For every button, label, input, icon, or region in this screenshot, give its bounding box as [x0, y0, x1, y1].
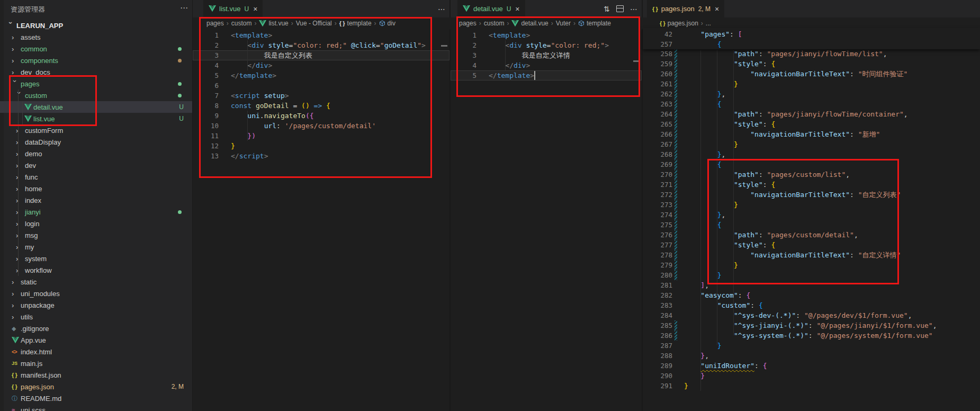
code-editor[interactable]: 1<template>2 <div style="color: red;">3 … — [451, 30, 642, 81]
chevron-down-icon[interactable]: › — [7, 22, 15, 31]
tab-detail-vue[interactable]: detail.vue U × — [457, 0, 525, 17]
close-icon[interactable]: × — [253, 5, 257, 13]
code-line-264[interactable]: 264 "path": "pages/jianyi/flowTime/conta… — [643, 109, 980, 119]
code-line-2[interactable]: 2 <div style="color: red;"> — [451, 40, 642, 50]
tree-item-my[interactable]: ›my — [0, 241, 192, 253]
tree-item-jianyi[interactable]: ›jianyi — [0, 206, 192, 218]
tree-item-uni.scss[interactable]: ≈uni.scss — [0, 404, 192, 411]
chevron-right-icon[interactable]: › — [12, 57, 21, 65]
tree-item-func[interactable]: ›func — [0, 171, 192, 183]
tree-item-pages.json[interactable]: { }pages.json2, M — [0, 381, 192, 392]
code-line-257[interactable]: 257 { — [643, 39, 980, 49]
code-line-7[interactable]: 7<script setup> — [193, 91, 449, 101]
tree-item-LEARUN_APP[interactable]: ›LEARUN_APP — [0, 20, 192, 31]
code-line-260[interactable]: 260 "navigationBarTitleText": "时间组件验证" — [643, 69, 980, 79]
code-line-284[interactable]: 284 "^sys-dev-(.*)": "@/pages/dev/$1/for… — [643, 310, 980, 320]
tab-pages-json[interactable]: { } pages.json 2, M × — [647, 0, 724, 17]
code-line-261[interactable]: 261 } — [643, 79, 980, 89]
chevron-right-icon[interactable]: › — [16, 173, 25, 181]
chevron-down-icon[interactable]: › — [11, 80, 19, 89]
code-line-42[interactable]: 42 "pages": [ — [643, 29, 980, 39]
breadcrumb-item[interactable]: { }pages.json — [660, 20, 698, 27]
tree-item-assets[interactable]: ›assets — [0, 31, 192, 43]
code-line-276[interactable]: 276 "path": "pages/custom/detail", — [643, 230, 980, 240]
chevron-right-icon[interactable]: › — [16, 127, 25, 135]
code-editor[interactable]: 1<template>2 <div style="color: red;" @c… — [193, 30, 449, 161]
chevron-right-icon[interactable]: › — [16, 231, 25, 239]
chevron-right-icon[interactable]: › — [16, 220, 25, 228]
tree-item-unpackage[interactable]: ›unpackage — [0, 299, 192, 311]
code-line-278[interactable]: 278 "navigationBarTitleText": "自定义详情" — [643, 250, 980, 260]
tree-item-home[interactable]: ›home — [0, 183, 192, 194]
code-line-259[interactable]: 259 "style": { — [643, 59, 980, 69]
code-line-288[interactable]: 288 }, — [643, 351, 980, 361]
breadcrumb-item[interactable]: template — [578, 20, 611, 27]
tab-list-vue[interactable]: list.vue U × — [203, 0, 263, 17]
chevron-right-icon[interactable]: › — [12, 45, 21, 53]
chevron-right-icon[interactable]: › — [12, 301, 21, 309]
code-line-286[interactable]: 286 "^sys-system-(.*)": "@/pages/system/… — [643, 330, 980, 341]
breadcrumb-item[interactable]: ... — [706, 20, 711, 27]
breadcrumb-item[interactable]: list.vue — [259, 20, 288, 27]
tree-item-index.html[interactable]: <>index.html — [0, 346, 192, 358]
breadcrumb-item[interactable]: custom — [231, 20, 252, 27]
code-line-272[interactable]: 272 "navigationBarTitleText": "自定义列表" — [643, 190, 980, 200]
code-line-274[interactable]: 274 }, — [643, 210, 980, 220]
breadcrumb-item[interactable]: detail.vue — [511, 20, 548, 27]
tree-item-login[interactable]: ›login — [0, 218, 192, 229]
tree-item-dev[interactable]: ›dev — [0, 159, 192, 171]
chevron-right-icon[interactable]: › — [16, 208, 25, 216]
tree-item-README.md[interactable]: ⓘREADME.md — [0, 392, 192, 404]
more-actions-icon[interactable]: ⋯ — [438, 5, 445, 13]
code-line-6[interactable]: 6 — [193, 81, 449, 91]
code-line-1[interactable]: 1<template> — [193, 30, 449, 40]
explorer-more-icon[interactable]: ⋯ — [180, 3, 188, 13]
tree-item-manifest.json[interactable]: { }manifest.json — [0, 369, 192, 381]
code-line-4[interactable]: 4 </div> — [193, 60, 449, 70]
chevron-right-icon[interactable]: › — [12, 33, 21, 41]
code-line-266[interactable]: 266 "navigationBarTitleText": "新增" — [643, 129, 980, 139]
code-line-11[interactable]: 11 }) — [193, 131, 449, 141]
code-line-271[interactable]: 271 "style": { — [643, 180, 980, 190]
code-line-3[interactable]: 3 我是自定义列表 — [193, 50, 449, 60]
chevron-right-icon[interactable]: › — [16, 150, 25, 158]
tree-item-dataDisplay[interactable]: ›dataDisplay — [0, 136, 192, 148]
code-line-285[interactable]: 285 "^sys-jianyi-(.*)": "@/pages/jianyi/… — [643, 320, 980, 330]
tree-item-common[interactable]: ›common — [0, 43, 192, 55]
chevron-right-icon[interactable]: › — [16, 196, 25, 204]
split-editor-icon[interactable] — [616, 5, 624, 12]
more-actions-icon[interactable]: ⋯ — [630, 5, 637, 13]
chevron-right-icon[interactable]: › — [16, 266, 25, 274]
code-line-5[interactable]: 5</template> — [451, 70, 642, 81]
chevron-right-icon[interactable]: › — [16, 162, 25, 169]
breadcrumb-item[interactable]: { }template — [339, 20, 372, 27]
code-line-269[interactable]: 269 { — [643, 159, 980, 169]
breadcrumb-item[interactable]: pages — [459, 20, 476, 27]
code-line-275[interactable]: 275 { — [643, 220, 980, 230]
tree-item-App.vue[interactable]: App.vue — [0, 334, 192, 346]
close-icon[interactable]: × — [715, 5, 719, 13]
breadcrumb-item[interactable]: div — [379, 20, 395, 27]
tree-item-dev_docs[interactable]: ›dev_docs — [0, 66, 192, 78]
code-line-1[interactable]: 1<template> — [451, 30, 642, 40]
code-editor[interactable]: 258 "path": "pages/jianyi/flowTime/list"… — [643, 49, 980, 391]
code-line-258[interactable]: 258 "path": "pages/jianyi/flowTime/list"… — [643, 49, 980, 59]
code-line-2[interactable]: 2 <div style="color: red;" @click="goDet… — [193, 40, 449, 50]
code-line-265[interactable]: 265 "style": { — [643, 119, 980, 129]
tree-item-customForm[interactable]: ›customForm — [0, 124, 192, 136]
code-line-282[interactable]: 282 "easycom": { — [643, 290, 980, 300]
chevron-right-icon[interactable]: › — [16, 243, 25, 251]
code-line-279[interactable]: 279 } — [643, 260, 980, 270]
chevron-right-icon[interactable]: › — [12, 68, 21, 76]
code-line-289[interactable]: 289 "uniIdRouter": { — [643, 361, 980, 371]
code-line-287[interactable]: 287 } — [643, 341, 980, 351]
chevron-down-icon[interactable]: › — [15, 92, 23, 101]
chevron-right-icon[interactable]: › — [12, 313, 21, 321]
tree-item-static[interactable]: ›static — [0, 276, 192, 288]
code-line-268[interactable]: 268 }, — [643, 149, 980, 159]
chevron-right-icon[interactable]: › — [16, 185, 25, 193]
breadcrumb-item[interactable]: Vue - Official — [296, 20, 332, 27]
code-line-270[interactable]: 270 "path": "pages/custom/list", — [643, 169, 980, 180]
code-line-263[interactable]: 263 { — [643, 99, 980, 109]
tree-item-detail.vue[interactable]: detail.vueU — [0, 101, 192, 113]
